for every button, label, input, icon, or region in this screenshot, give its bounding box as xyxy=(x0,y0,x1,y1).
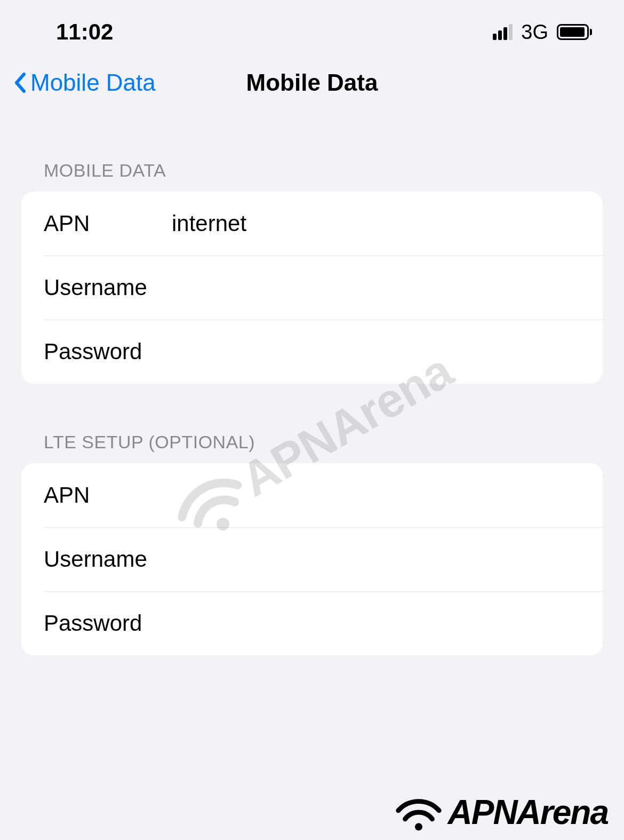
section-header-lte: LTE SETUP (OPTIONAL) xyxy=(21,432,603,463)
row-apn[interactable]: APN xyxy=(21,192,603,256)
navigation-bar: Mobile Data Mobile Data xyxy=(0,59,624,112)
network-type: 3G xyxy=(521,21,548,44)
label-lte-password: Password xyxy=(44,611,172,636)
signal-strength-icon xyxy=(493,24,513,40)
input-username[interactable] xyxy=(172,275,580,300)
row-password[interactable]: Password xyxy=(21,320,603,384)
section-lte-setup: LTE SETUP (OPTIONAL) APN Username Passwo… xyxy=(21,432,603,655)
svg-point-1 xyxy=(415,823,422,830)
row-lte-username[interactable]: Username xyxy=(21,527,603,591)
wifi-icon xyxy=(392,794,445,831)
input-password[interactable] xyxy=(172,339,580,364)
watermark-bottom: APNArena xyxy=(392,793,608,832)
label-username: Username xyxy=(44,275,172,300)
status-indicators: 3G xyxy=(493,21,592,44)
input-lte-username[interactable] xyxy=(172,546,580,572)
back-label: Mobile Data xyxy=(30,69,156,96)
status-bar: 11:02 3G xyxy=(0,0,624,59)
input-lte-apn[interactable] xyxy=(172,482,580,508)
input-lte-password[interactable] xyxy=(172,611,580,636)
watermark-text: APNArena xyxy=(447,793,608,832)
battery-icon xyxy=(557,24,592,40)
back-button[interactable]: Mobile Data xyxy=(13,69,156,96)
page-title: Mobile Data xyxy=(246,69,378,96)
status-time: 11:02 xyxy=(56,19,113,45)
row-lte-password[interactable]: Password xyxy=(21,591,603,655)
label-lte-apn: APN xyxy=(44,482,172,508)
section-header-mobile-data: MOBILE DATA xyxy=(21,160,603,192)
chevron-left-icon xyxy=(13,72,26,93)
section-mobile-data: MOBILE DATA APN Username Password xyxy=(21,160,603,384)
row-username[interactable]: Username xyxy=(21,256,603,320)
label-apn: APN xyxy=(44,211,172,236)
label-lte-username: Username xyxy=(44,546,172,572)
input-apn[interactable] xyxy=(172,211,580,236)
row-lte-apn[interactable]: APN xyxy=(21,463,603,527)
label-password: Password xyxy=(44,339,172,364)
